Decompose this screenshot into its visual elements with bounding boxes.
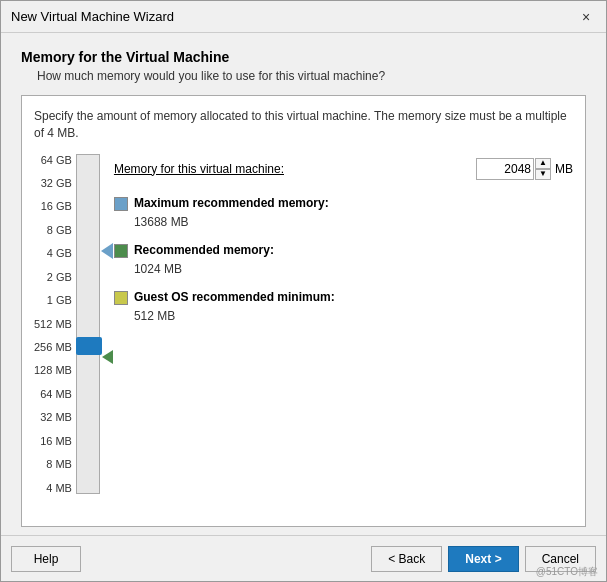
recommended-arrow — [102, 350, 113, 364]
max-recommended-label: Maximum recommended memory: — [134, 196, 329, 210]
title-bar: New Virtual Machine Wizard × — [1, 1, 606, 33]
slider-labels: 64 GB 32 GB 16 GB 8 GB 4 GB 2 GB 1 GB 51… — [34, 154, 76, 494]
memory-input-row: Memory for this virtual machine: ▲ ▼ MB — [114, 158, 573, 180]
memory-area: 64 GB 32 GB 16 GB 8 GB 4 GB 2 GB 1 GB 51… — [34, 154, 573, 514]
guest-os-label: Guest OS recommended minimum: — [134, 290, 335, 304]
guest-os-row: Guest OS recommended minimum: — [114, 290, 573, 305]
spinner-buttons: ▲ ▼ — [535, 158, 551, 180]
footer-left: Help — [11, 546, 81, 572]
memory-for-vm-label: Memory for this virtual machine: — [114, 162, 284, 176]
label-512mb: 512 MB — [34, 318, 72, 330]
label-32gb: 32 GB — [41, 177, 72, 189]
dialog-content: Memory for the Virtual Machine How much … — [1, 33, 606, 535]
dialog-window: New Virtual Machine Wizard × Memory for … — [0, 0, 607, 582]
close-button[interactable]: × — [576, 7, 596, 27]
description-text: Specify the amount of memory allocated t… — [34, 108, 573, 142]
max-recommended-value: 13688 MB — [134, 215, 573, 229]
label-128mb: 128 MB — [34, 364, 72, 376]
memory-value-input[interactable] — [476, 158, 534, 180]
memory-slider-thumb[interactable] — [76, 337, 102, 355]
mb-unit-label: MB — [555, 162, 573, 176]
next-button[interactable]: Next > — [448, 546, 518, 572]
max-recommended-block: Maximum recommended memory: 13688 MB — [114, 196, 573, 229]
spinner-up-button[interactable]: ▲ — [535, 158, 551, 169]
memory-input-wrap: ▲ ▼ MB — [476, 158, 573, 180]
main-content-box: Specify the amount of memory allocated t… — [21, 95, 586, 527]
recommended-row: Recommended memory: — [114, 243, 573, 258]
label-16mb: 16 MB — [40, 435, 72, 447]
slider-section: 64 GB 32 GB 16 GB 8 GB 4 GB 2 GB 1 GB 51… — [34, 154, 106, 514]
label-4gb: 4 GB — [47, 247, 72, 259]
label-1gb: 1 GB — [47, 294, 72, 306]
watermark: @51CTO博客 — [536, 565, 598, 579]
header-section: Memory for the Virtual Machine How much … — [21, 49, 586, 83]
label-64mb: 64 MB — [40, 388, 72, 400]
guest-os-block: Guest OS recommended minimum: 512 MB — [114, 290, 573, 323]
label-8mb: 8 MB — [46, 458, 72, 470]
guest-os-value: 512 MB — [134, 309, 573, 323]
label-32mb: 32 MB — [40, 411, 72, 423]
label-8gb: 8 GB — [47, 224, 72, 236]
section-subtitle: How much memory would you like to use fo… — [37, 69, 586, 83]
right-section: Memory for this virtual machine: ▲ ▼ MB — [114, 154, 573, 514]
recommended-label: Recommended memory: — [134, 243, 274, 257]
max-recommended-arrow — [101, 243, 113, 259]
dialog-footer: Help < Back Next > Cancel @51CTO博客 — [1, 535, 606, 581]
section-title: Memory for the Virtual Machine — [21, 49, 586, 65]
label-64gb: 64 GB — [41, 154, 72, 166]
label-16gb: 16 GB — [41, 200, 72, 212]
help-button[interactable]: Help — [11, 546, 81, 572]
label-4mb: 4 MB — [46, 482, 72, 494]
recommended-value: 1024 MB — [134, 262, 573, 276]
dialog-title: New Virtual Machine Wizard — [11, 9, 174, 24]
max-recommended-row: Maximum recommended memory: — [114, 196, 573, 211]
guest-os-color-box — [114, 291, 128, 305]
label-2gb: 2 GB — [47, 271, 72, 283]
memory-slider-track[interactable] — [76, 154, 100, 494]
max-recommended-color-box — [114, 197, 128, 211]
back-button[interactable]: < Back — [371, 546, 442, 572]
label-256mb: 256 MB — [34, 341, 72, 353]
recommended-block: Recommended memory: 1024 MB — [114, 243, 573, 276]
spinner-down-button[interactable]: ▼ — [535, 169, 551, 180]
recommended-color-box — [114, 244, 128, 258]
